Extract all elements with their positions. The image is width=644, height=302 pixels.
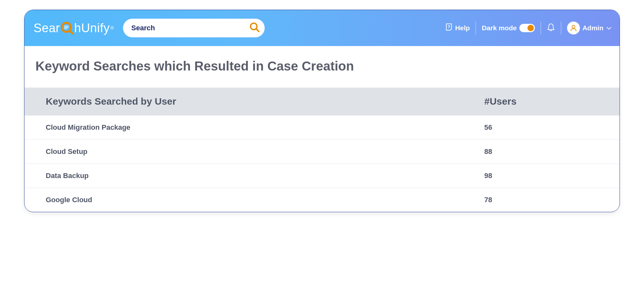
col-keywords: Keywords Searched by User	[24, 88, 484, 116]
notifications-button[interactable]	[547, 23, 555, 33]
chevron-down-icon	[607, 25, 611, 30]
avatar	[567, 22, 580, 34]
search-icon	[249, 22, 260, 34]
cell-keyword: Google Cloud	[24, 188, 484, 212]
content: Keyword Searches which Resulted in Case …	[24, 46, 620, 212]
keywords-table: Keywords Searched by User #Users Cloud M…	[24, 88, 620, 212]
logo-lens-icon	[61, 22, 73, 34]
help-link[interactable]: ? Help	[445, 23, 470, 33]
user-icon	[570, 24, 577, 32]
bell-icon	[547, 23, 555, 33]
svg-text:?: ?	[448, 24, 450, 29]
table-header-row: Keywords Searched by User #Users	[24, 88, 620, 116]
toggle-knob	[527, 25, 534, 31]
search-button[interactable]	[248, 21, 261, 35]
table-row: Data Backup 98	[24, 164, 620, 188]
app-header: Sear hUnify ®	[24, 10, 620, 46]
cell-users: 98	[484, 164, 620, 188]
dark-mode-toggle-group: Dark mode	[482, 24, 535, 32]
cell-users: 56	[484, 116, 620, 140]
search-input[interactable]	[131, 24, 248, 32]
header-right: ? Help Dark mode	[445, 22, 611, 34]
cell-keyword: Cloud Setup	[24, 140, 484, 164]
table-row: Cloud Migration Package 56	[24, 116, 620, 140]
dark-mode-toggle[interactable]	[519, 24, 535, 32]
table-row: Cloud Setup 88	[24, 140, 620, 164]
logo-registered: ®	[110, 25, 114, 31]
svg-line-1	[70, 31, 73, 34]
cell-users: 88	[484, 140, 620, 164]
separator	[541, 22, 541, 34]
search-bar[interactable]	[123, 19, 265, 37]
dark-mode-label: Dark mode	[482, 24, 517, 32]
app-card: Sear hUnify ®	[24, 10, 620, 212]
help-icon: ?	[445, 23, 453, 33]
logo: Sear hUnify ®	[33, 21, 114, 35]
cell-keyword: Data Backup	[24, 164, 484, 188]
svg-line-6	[256, 29, 259, 32]
table-row: Google Cloud 78	[24, 188, 620, 212]
logo-text-a: Sear	[33, 21, 60, 35]
table-body: Cloud Migration Package 56 Cloud Setup 8…	[24, 116, 620, 212]
separator	[561, 22, 561, 34]
help-label: Help	[455, 24, 470, 32]
logo-text-b: hUnify	[74, 21, 110, 35]
svg-point-9	[572, 25, 575, 28]
user-menu[interactable]: Admin	[567, 22, 611, 34]
cell-keyword: Cloud Migration Package	[24, 116, 484, 140]
col-users: #Users	[484, 88, 620, 116]
cell-users: 78	[484, 188, 620, 212]
user-role: Admin	[582, 24, 603, 32]
separator	[476, 22, 476, 34]
page-title: Keyword Searches which Resulted in Case …	[24, 46, 620, 88]
